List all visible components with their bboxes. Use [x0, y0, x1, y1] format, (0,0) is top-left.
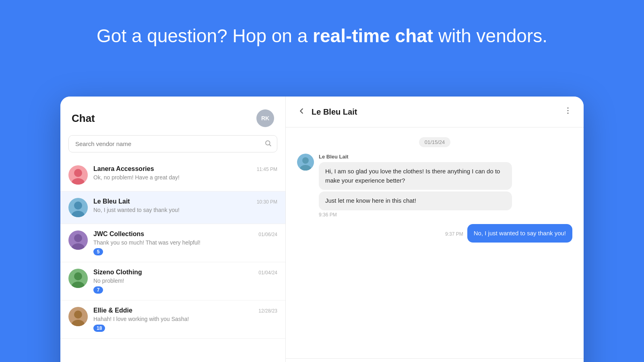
svg-point-17 — [568, 107, 569, 109]
search-bar — [68, 135, 277, 152]
svg-point-3 — [74, 169, 82, 177]
svg-point-21 — [302, 157, 309, 164]
chat-item-preview: No problem! — [93, 278, 214, 284]
svg-point-6 — [74, 202, 82, 210]
chat-avatar-lanera — [68, 165, 88, 185]
chat-messages: 01/15/24 Le Bleu Lait Hi, I am so glad y… — [286, 128, 584, 358]
hero-text-bold: real-time chat — [313, 25, 433, 46]
chat-item-top: Ellie & Eddie 12/28/23 — [93, 307, 277, 314]
chat-list-item-jwc[interactable]: JWC Collections 01/06/24 Thank you so mu… — [60, 224, 285, 262]
message-bubble-1: Hi, I am so glad you love the clothes! I… — [319, 162, 512, 190]
chat-vendor-name: Le Bleu Lait — [312, 107, 564, 117]
date-label: 01/15/24 — [419, 137, 451, 147]
chat-main-header: Le Bleu Lait — [286, 97, 584, 128]
chat-item-time: 01/04/24 — [258, 270, 277, 276]
date-divider: 01/15/24 — [297, 137, 572, 147]
chat-item-name: Sizeno Clothing — [93, 269, 142, 276]
sidebar-header: Chat RK — [60, 97, 285, 135]
svg-line-1 — [269, 144, 270, 146]
chat-list-item-lebleu[interactable]: Le Bleu Lait 10:30 PM No, I just wanted … — [60, 191, 285, 224]
chat-sidebar: Chat RK Lanera Accessories 11:45 PM — [60, 97, 286, 362]
received-message-content: Le Bleu Lait Hi, I am so glad you love t… — [319, 154, 512, 218]
message-bubble-2: Just let me know here in this chat! — [319, 191, 512, 210]
search-icon — [264, 140, 272, 148]
chat-item-top: Sizeno Clothing 01/04/24 — [93, 269, 277, 276]
unread-badge: 18 — [93, 325, 105, 332]
svg-point-9 — [74, 234, 82, 242]
chat-item-name: JWC Collections — [93, 230, 144, 238]
chat-item-top: JWC Collections 01/06/24 — [93, 230, 277, 238]
unread-badge: 7 — [93, 286, 103, 294]
sidebar-title: Chat — [72, 112, 95, 125]
chat-avatar-lebleu — [68, 198, 88, 217]
chat-list: Lanera Accessories 11:45 PM Ok, no probl… — [60, 159, 285, 362]
app-window: Chat RK Lanera Accessories 11:45 PM — [60, 97, 584, 362]
chat-list-item-ellie[interactable]: Ellie & Eddie 12/28/23 Hahah! I love wor… — [60, 300, 285, 339]
chat-item-content: Le Bleu Lait 10:30 PM No, I just wanted … — [93, 198, 277, 213]
chat-list-item-sizeno[interactable]: Sizeno Clothing 01/04/24 No problem! 7 — [60, 262, 285, 300]
svg-point-19 — [568, 113, 569, 114]
message-sent-1: 9:37 PM No, I just wanted to say thank y… — [297, 224, 572, 245]
chat-item-time: 01/06/24 — [258, 232, 277, 237]
chat-avatar-ellie — [68, 307, 88, 326]
chat-item-top: Le Bleu Lait 10:30 PM — [93, 198, 277, 205]
chat-input-bar: + — [286, 358, 584, 362]
chat-item-preview: No, I just wanted to say thank you! — [93, 207, 214, 213]
hero-text-after: with vendors. — [433, 25, 547, 46]
chat-item-content: Sizeno Clothing 01/04/24 No problem! 7 — [93, 269, 277, 294]
chat-avatar-sizeno — [68, 269, 88, 288]
chat-item-content: Ellie & Eddie 12/28/23 Hahah! I love wor… — [93, 307, 277, 332]
svg-point-12 — [74, 272, 82, 280]
chat-avatar-jwc — [68, 230, 88, 250]
chat-item-preview: Hahah! I love working with you Sasha! — [93, 316, 214, 322]
sent-message-row: 9:37 PM No, I just wanted to say thank y… — [445, 224, 572, 245]
back-button[interactable] — [297, 107, 306, 117]
chat-item-time: 11:45 PM — [257, 167, 277, 172]
message-received-1: Le Bleu Lait Hi, I am so glad you love t… — [297, 154, 572, 218]
search-input[interactable] — [68, 135, 277, 152]
message-time-received: 9:36 PM — [319, 212, 512, 218]
message-time-sent: 9:37 PM — [445, 231, 463, 237]
chat-item-time: 12/28/23 — [258, 308, 277, 314]
hero-text-before: Got a question? Hop on a — [97, 25, 313, 46]
chat-item-name: Lanera Accessories — [93, 165, 154, 173]
svg-point-15 — [74, 311, 82, 319]
chat-item-name: Ellie & Eddie — [93, 307, 132, 314]
sender-avatar — [297, 154, 314, 171]
sent-bubble: No, I just wanted to say thank you! — [467, 224, 572, 243]
chat-item-top: Lanera Accessories 11:45 PM — [93, 165, 277, 173]
sender-name: Le Bleu Lait — [319, 154, 512, 160]
chat-list-item-lanera[interactable]: Lanera Accessories 11:45 PM Ok, no probl… — [60, 159, 285, 191]
more-options-button[interactable] — [564, 106, 572, 117]
chat-item-preview: Ok, no problem! Have a great day! — [93, 174, 214, 181]
unread-badge: 5 — [93, 248, 103, 255]
chat-item-content: JWC Collections 01/06/24 Thank you so mu… — [93, 230, 277, 255]
svg-point-18 — [568, 110, 569, 111]
chat-item-content: Lanera Accessories 11:45 PM Ok, no probl… — [93, 165, 277, 181]
chat-item-name: Le Bleu Lait — [93, 198, 130, 205]
avatar-initials: RK — [261, 115, 269, 121]
chat-item-time: 10:30 PM — [257, 199, 277, 205]
hero-section: Got a question? Hop on a real-time chat … — [0, 0, 644, 64]
chat-main: Le Bleu Lait 01/15/24 — [286, 97, 584, 362]
user-avatar[interactable]: RK — [256, 109, 274, 127]
chat-item-preview: Thank you so much! That was very helpful… — [93, 239, 214, 246]
